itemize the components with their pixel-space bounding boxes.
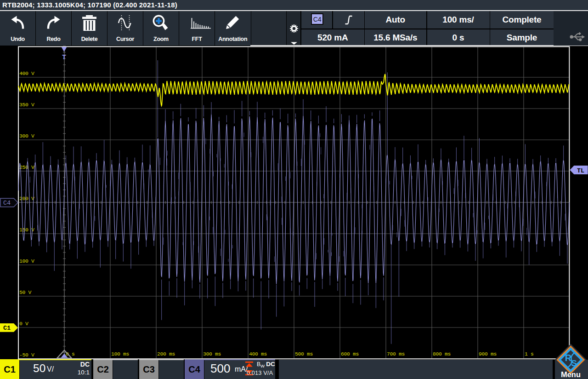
- svg-text:1 s: 1 s: [525, 351, 534, 357]
- svg-text:Menu: Menu: [561, 370, 581, 379]
- svg-text:100 ms: 100 ms: [111, 351, 129, 357]
- svg-text:700 ms: 700 ms: [387, 351, 405, 357]
- svg-text:350 V: 350 V: [19, 102, 34, 108]
- svg-text:C4: C4: [3, 200, 11, 207]
- svg-text:100 V: 100 V: [19, 258, 34, 264]
- svg-text:-50 V: -50 V: [19, 352, 34, 358]
- svg-text:400 ms: 400 ms: [249, 351, 267, 357]
- svg-text:50 V: 50 V: [19, 289, 32, 295]
- svg-text:T: T: [62, 53, 66, 61]
- svg-text:200 ms: 200 ms: [157, 351, 175, 357]
- svg-text:TL: TL: [577, 167, 584, 174]
- svg-text:C1: C1: [3, 325, 11, 332]
- svg-text:0 V: 0 V: [19, 321, 28, 327]
- svg-text:300 ms: 300 ms: [203, 351, 221, 357]
- svg-text:800 ms: 800 ms: [433, 351, 451, 357]
- svg-text:500 ms: 500 ms: [295, 351, 313, 357]
- svg-text:300 V: 300 V: [19, 133, 34, 139]
- svg-text:600 ms: 600 ms: [341, 351, 359, 357]
- svg-text:400 V: 400 V: [19, 70, 34, 76]
- svg-text:900 ms: 900 ms: [479, 351, 497, 357]
